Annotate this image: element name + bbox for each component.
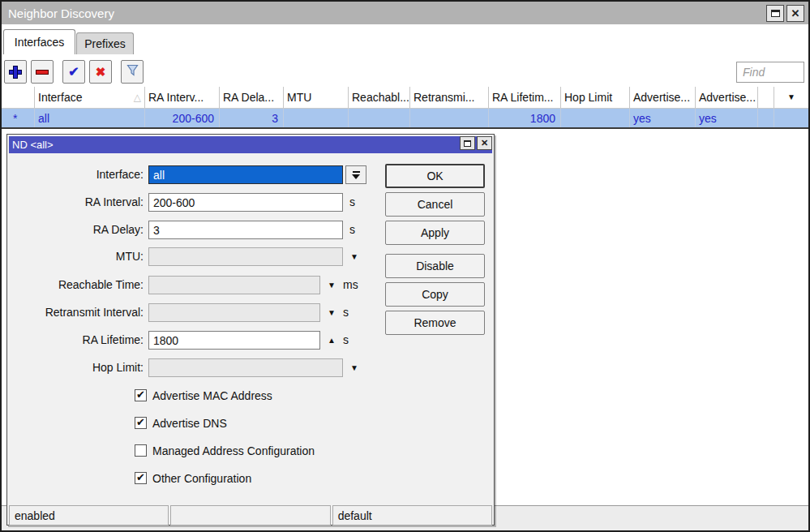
interface-dropdown-button[interactable] xyxy=(345,165,366,184)
column-header-advertise-mac[interactable]: Advertise... xyxy=(630,87,696,108)
column-header-mtu[interactable]: MTU xyxy=(284,87,349,108)
other-configuration-checkbox[interactable] xyxy=(135,472,147,484)
retransmit-interval-expand-icon[interactable]: ▼ xyxy=(328,303,336,322)
managed-address-checkbox[interactable] xyxy=(135,444,147,457)
toolbar: ✔ ✖ xyxy=(2,54,808,87)
neighbor-discovery-window: Neighbor Discovery ✕ Interfaces Prefixes… xyxy=(0,0,810,532)
dialog-title: ND <all> xyxy=(12,139,54,151)
column-header-selector[interactable] xyxy=(2,87,35,108)
cross-icon: ✖ xyxy=(96,66,106,78)
reachable-time-expand-icon[interactable]: ▼ xyxy=(328,276,336,294)
row-filler xyxy=(758,109,774,127)
row-flag: * xyxy=(2,109,35,127)
advertise-dns-checkbox[interactable] xyxy=(135,417,147,429)
reachable-time-unit: ms xyxy=(343,276,358,294)
sort-ascending-icon: △ xyxy=(134,92,141,103)
row-interface: all xyxy=(35,109,145,127)
row-divider xyxy=(2,127,808,129)
advertise-mac-checkbox[interactable] xyxy=(135,389,147,401)
retransmit-interval-input[interactable] xyxy=(148,303,320,322)
column-header-advertise-dns[interactable]: Advertise... xyxy=(696,87,758,108)
row-ra-lifetime: 1800 xyxy=(489,109,561,127)
hop-limit-expand-icon[interactable]: ▼ xyxy=(350,358,358,377)
row-filler-end xyxy=(774,109,808,127)
ok-button[interactable]: OK xyxy=(385,164,485,188)
ra-lifetime-label: RA Lifetime: xyxy=(7,331,144,350)
column-options-button[interactable]: ▼ xyxy=(774,87,808,108)
enable-button[interactable]: ✔ xyxy=(62,60,85,84)
table-row[interactable]: * all 200-600 3 1800 yes yes xyxy=(2,109,808,127)
maximize-button[interactable] xyxy=(766,5,784,22)
ra-lifetime-unit: s xyxy=(343,331,349,350)
close-icon: ✕ xyxy=(791,8,800,19)
cancel-button[interactable]: Cancel xyxy=(385,192,485,217)
interface-label: Interface: xyxy=(7,165,144,184)
ra-interval-label: RA Interval: xyxy=(7,193,144,212)
ra-interval-unit: s xyxy=(349,193,355,212)
retransmit-interval-unit: s xyxy=(343,303,349,322)
table-header: Interface △ RA Interv... RA Dela... MTU … xyxy=(2,87,808,109)
ra-delay-input[interactable] xyxy=(148,221,343,239)
ra-delay-unit: s xyxy=(349,221,355,239)
row-ra-delay: 3 xyxy=(220,109,284,127)
minus-icon xyxy=(36,70,49,75)
managed-address-label: Managed Address Configuration xyxy=(152,444,315,457)
mtu-input[interactable] xyxy=(148,247,343,266)
tab-bar: Interfaces Prefixes xyxy=(2,24,808,54)
row-advertise-dns: yes xyxy=(696,109,758,127)
disable-button[interactable]: ✖ xyxy=(89,60,112,84)
dialog-maximize-button[interactable] xyxy=(460,136,475,150)
add-button[interactable] xyxy=(4,60,27,84)
close-button[interactable]: ✕ xyxy=(786,5,804,22)
column-header-interface[interactable]: Interface △ xyxy=(35,87,145,108)
column-header-hop-limit[interactable]: Hop Limit xyxy=(561,87,630,108)
reachable-time-label: Reachable Time: xyxy=(7,276,144,294)
row-retransmit xyxy=(410,109,489,127)
remove-button-dialog[interactable]: Remove xyxy=(385,311,485,335)
dropdown-bar-icon xyxy=(353,171,360,173)
apply-button[interactable]: Apply xyxy=(385,221,485,245)
row-hop-limit xyxy=(561,109,630,127)
window-title: Neighbor Discovery xyxy=(2,6,114,20)
find-input[interactable] xyxy=(736,62,804,83)
column-header-ra-lifetime[interactable]: RA Lifetim... xyxy=(489,87,561,108)
row-mtu xyxy=(284,109,349,127)
status-middle xyxy=(170,505,330,526)
dialog-status-bar: enabled default xyxy=(9,505,492,526)
row-advertise-mac: yes xyxy=(630,109,696,127)
tab-interfaces[interactable]: Interfaces xyxy=(3,29,75,54)
ra-interval-input[interactable] xyxy=(148,193,343,212)
disable-button-dialog[interactable]: Disable xyxy=(385,254,485,278)
window-titlebar[interactable]: Neighbor Discovery ✕ xyxy=(2,2,808,24)
other-configuration-label: Other Configuration xyxy=(152,472,251,485)
dialog-maximize-icon xyxy=(464,140,471,147)
reachable-time-input[interactable] xyxy=(148,276,320,294)
status-default: default xyxy=(332,505,492,526)
column-header-reachable[interactable]: Reachabl... xyxy=(349,87,410,108)
copy-button[interactable]: Copy xyxy=(385,282,485,307)
remove-button[interactable] xyxy=(31,60,54,84)
check-icon: ✔ xyxy=(68,66,79,79)
column-header-retransmit[interactable]: Retransmi... xyxy=(410,87,489,108)
ra-delay-label: RA Delay: xyxy=(7,221,144,239)
dialog-close-button[interactable]: ✕ xyxy=(477,136,492,150)
dialog-titlebar[interactable]: ND <all> xyxy=(9,136,492,153)
row-ra-interval: 200-600 xyxy=(145,109,220,127)
tab-prefixes[interactable]: Prefixes xyxy=(76,32,134,54)
retransmit-interval-label: Retransmit Interval: xyxy=(7,303,144,322)
hop-limit-label: Hop Limit: xyxy=(7,358,144,377)
mtu-label: MTU: xyxy=(7,247,144,266)
column-header-ra-delay[interactable]: RA Dela... xyxy=(220,87,284,108)
plus-icon xyxy=(9,66,22,79)
advertise-mac-label: Advertise MAC Address xyxy=(152,389,272,402)
dropdown-arrow-icon xyxy=(352,174,360,179)
hop-limit-input[interactable] xyxy=(148,358,343,377)
filter-button[interactable] xyxy=(121,60,144,84)
mtu-expand-icon[interactable]: ▼ xyxy=(350,247,358,266)
ra-lifetime-input[interactable] xyxy=(148,331,320,350)
maximize-icon xyxy=(771,10,780,17)
interface-select[interactable]: all xyxy=(148,165,343,184)
column-header-ra-interval[interactable]: RA Interv... xyxy=(145,87,220,108)
ra-lifetime-collapse-icon[interactable]: ▲ xyxy=(328,331,336,350)
column-header-filler xyxy=(758,87,774,108)
